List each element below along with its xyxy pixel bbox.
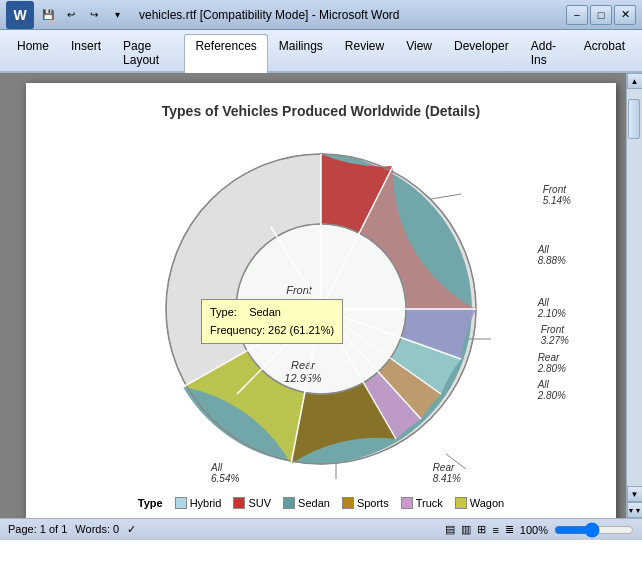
legend-suv: SUV xyxy=(233,497,271,509)
ribbon-tabs: Home Insert Page Layout References Maili… xyxy=(0,30,642,71)
svg-line-9 xyxy=(431,194,461,199)
status-icon: ✓ xyxy=(127,523,136,536)
chart-container: Front 41.82% Rear 12.95% xyxy=(56,129,586,489)
tab-page-layout[interactable]: Page Layout xyxy=(112,34,184,71)
document-area: Types of Vehicles Produced Worldwide (De… xyxy=(0,73,642,518)
undo-icon[interactable]: ↩ xyxy=(61,5,81,25)
tab-mailings[interactable]: Mailings xyxy=(268,34,334,71)
view-draft-icon[interactable]: ≣ xyxy=(505,523,514,536)
tooltip-type: Type: Sedan xyxy=(210,304,334,322)
tab-review[interactable]: Review xyxy=(334,34,395,71)
maximize-button[interactable]: □ xyxy=(590,5,612,25)
legend-type-label: Type xyxy=(138,497,163,509)
view-web-icon[interactable]: ⊞ xyxy=(477,523,486,536)
label-front-3: Front3.27% xyxy=(541,324,569,346)
legend-truck-label: Truck xyxy=(416,497,443,509)
status-left: Page: 1 of 1 Words: 0 ✓ xyxy=(8,523,136,536)
tooltip-frequency: Frequency: 262 (61.21%) xyxy=(210,322,334,340)
legend-sedan: Sedan xyxy=(283,497,330,509)
window-controls: − □ ✕ xyxy=(566,5,636,25)
dropdown-icon[interactable]: ▾ xyxy=(107,5,127,25)
view-normal-icon[interactable]: ▤ xyxy=(445,523,455,536)
zoom-level: 100% xyxy=(520,524,548,536)
chart-legend: Type Hybrid SUV Sedan Sports Truck xyxy=(56,497,586,509)
wagon-swatch xyxy=(455,497,467,509)
label-all-2b: All2.80% xyxy=(538,379,566,401)
word-count: Words: 0 xyxy=(75,523,119,536)
legend-hybrid: Hybrid xyxy=(175,497,222,509)
status-right: ▤ ▥ ⊞ ≡ ≣ 100% xyxy=(445,523,634,536)
label-all-8: All8.88% xyxy=(538,244,566,266)
status-bar: Page: 1 of 1 Words: 0 ✓ ▤ ▥ ⊞ ≡ ≣ 100% xyxy=(0,518,642,540)
zoom-slider[interactable] xyxy=(554,524,634,536)
chart-wrapper: Front 41.82% Rear 12.95% xyxy=(151,139,491,479)
legend-hybrid-label: Hybrid xyxy=(190,497,222,509)
label-rear-8: Rear8.41% xyxy=(433,462,461,484)
legend-sports-label: Sports xyxy=(357,497,389,509)
minimize-button[interactable]: − xyxy=(566,5,588,25)
legend-wagon-label: Wagon xyxy=(470,497,504,509)
tab-developer[interactable]: Developer xyxy=(443,34,520,71)
chart-title: Types of Vehicles Produced Worldwide (De… xyxy=(56,103,586,119)
page-info: Page: 1 of 1 xyxy=(8,523,67,536)
tab-add-ins[interactable]: Add-Ins xyxy=(520,34,573,71)
label-all-6: All6.54% xyxy=(211,462,239,484)
scroll-down-button[interactable]: ▼ xyxy=(627,486,643,502)
label-front-outer: Front5.14% xyxy=(543,184,571,206)
tab-insert[interactable]: Insert xyxy=(60,34,112,71)
legend-sports: Sports xyxy=(342,497,389,509)
suv-swatch xyxy=(233,497,245,509)
redo-icon[interactable]: ↪ xyxy=(84,5,104,25)
quick-access-toolbar: 💾 ↩ ↪ ▾ xyxy=(38,5,127,25)
tab-references[interactable]: References xyxy=(184,34,267,73)
svg-text:12.95%: 12.95% xyxy=(284,372,322,384)
scroll-bottom-button[interactable]: ▼▼ xyxy=(627,502,643,518)
legend-wagon: Wagon xyxy=(455,497,504,509)
legend-suv-label: SUV xyxy=(248,497,271,509)
title-bar: W 💾 ↩ ↪ ▾ vehicles.rtf [Compatibility Mo… xyxy=(0,0,642,30)
sports-swatch xyxy=(342,497,354,509)
label-all-2: All2.10% xyxy=(538,297,566,319)
svg-text:Rear: Rear xyxy=(291,359,316,371)
truck-swatch xyxy=(401,497,413,509)
save-icon[interactable]: 💾 xyxy=(38,5,58,25)
window-title: vehicles.rtf [Compatibility Mode] - Micr… xyxy=(139,8,400,22)
view-print-icon[interactable]: ▥ xyxy=(461,523,471,536)
view-outline-icon[interactable]: ≡ xyxy=(492,524,498,536)
hybrid-swatch xyxy=(175,497,187,509)
scroll-up-button[interactable]: ▲ xyxy=(627,73,643,89)
sedan-swatch xyxy=(283,497,295,509)
page: Types of Vehicles Produced Worldwide (De… xyxy=(26,83,616,518)
label-rear-2: Rear2.80% xyxy=(538,352,566,374)
scroll-thumb[interactable] xyxy=(628,99,640,139)
close-button[interactable]: ✕ xyxy=(614,5,636,25)
title-bar-left: W 💾 ↩ ↪ ▾ vehicles.rtf [Compatibility Mo… xyxy=(6,1,400,29)
tab-home[interactable]: Home xyxy=(6,34,60,71)
tab-view[interactable]: View xyxy=(395,34,443,71)
ribbon: Home Insert Page Layout References Maili… xyxy=(0,30,642,73)
vertical-scrollbar[interactable]: ▲ ▼ ▼▼ xyxy=(626,73,642,518)
app-icon: W xyxy=(6,1,34,29)
scroll-track[interactable] xyxy=(627,89,642,486)
chart-tooltip: Type: Sedan Frequency: 262 (61.21%) xyxy=(201,299,343,344)
legend-truck: Truck xyxy=(401,497,443,509)
legend-sedan-label: Sedan xyxy=(298,497,330,509)
tab-acrobat[interactable]: Acrobat xyxy=(573,34,636,71)
